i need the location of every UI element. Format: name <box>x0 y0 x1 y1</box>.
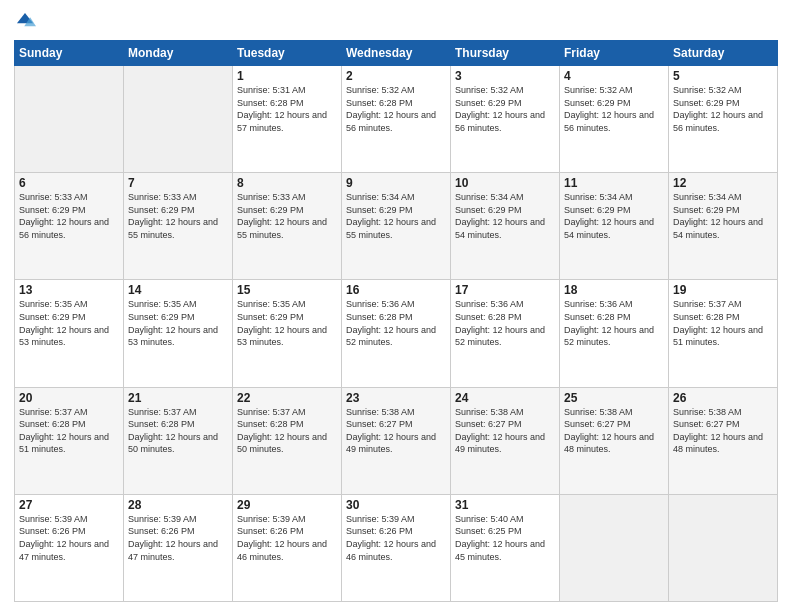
day-info: Sunrise: 5:31 AMSunset: 6:28 PMDaylight:… <box>237 84 337 134</box>
day-number: 31 <box>455 498 555 512</box>
day-info: Sunrise: 5:35 AMSunset: 6:29 PMDaylight:… <box>237 298 337 348</box>
day-cell: 16Sunrise: 5:36 AMSunset: 6:28 PMDayligh… <box>342 280 451 387</box>
day-cell: 1Sunrise: 5:31 AMSunset: 6:28 PMDaylight… <box>233 66 342 173</box>
day-number: 11 <box>564 176 664 190</box>
day-number: 26 <box>673 391 773 405</box>
day-info: Sunrise: 5:40 AMSunset: 6:25 PMDaylight:… <box>455 513 555 563</box>
day-cell: 5Sunrise: 5:32 AMSunset: 6:29 PMDaylight… <box>669 66 778 173</box>
day-cell: 13Sunrise: 5:35 AMSunset: 6:29 PMDayligh… <box>15 280 124 387</box>
day-info: Sunrise: 5:38 AMSunset: 6:27 PMDaylight:… <box>455 406 555 456</box>
day-info: Sunrise: 5:37 AMSunset: 6:28 PMDaylight:… <box>237 406 337 456</box>
day-info: Sunrise: 5:39 AMSunset: 6:26 PMDaylight:… <box>237 513 337 563</box>
day-number: 22 <box>237 391 337 405</box>
day-number: 7 <box>128 176 228 190</box>
day-info: Sunrise: 5:35 AMSunset: 6:29 PMDaylight:… <box>128 298 228 348</box>
week-row-3: 13Sunrise: 5:35 AMSunset: 6:29 PMDayligh… <box>15 280 778 387</box>
day-number: 27 <box>19 498 119 512</box>
day-cell: 22Sunrise: 5:37 AMSunset: 6:28 PMDayligh… <box>233 387 342 494</box>
day-number: 1 <box>237 69 337 83</box>
col-header-monday: Monday <box>124 41 233 66</box>
day-info: Sunrise: 5:36 AMSunset: 6:28 PMDaylight:… <box>564 298 664 348</box>
col-header-thursday: Thursday <box>451 41 560 66</box>
week-row-5: 27Sunrise: 5:39 AMSunset: 6:26 PMDayligh… <box>15 494 778 601</box>
day-info: Sunrise: 5:37 AMSunset: 6:28 PMDaylight:… <box>673 298 773 348</box>
day-info: Sunrise: 5:32 AMSunset: 6:28 PMDaylight:… <box>346 84 446 134</box>
day-number: 13 <box>19 283 119 297</box>
day-info: Sunrise: 5:38 AMSunset: 6:27 PMDaylight:… <box>346 406 446 456</box>
day-info: Sunrise: 5:39 AMSunset: 6:26 PMDaylight:… <box>346 513 446 563</box>
day-number: 20 <box>19 391 119 405</box>
day-number: 29 <box>237 498 337 512</box>
day-cell <box>669 494 778 601</box>
calendar: SundayMondayTuesdayWednesdayThursdayFrid… <box>14 40 778 602</box>
calendar-header-row: SundayMondayTuesdayWednesdayThursdayFrid… <box>15 41 778 66</box>
logo <box>14 10 40 32</box>
day-info: Sunrise: 5:33 AMSunset: 6:29 PMDaylight:… <box>19 191 119 241</box>
day-cell: 26Sunrise: 5:38 AMSunset: 6:27 PMDayligh… <box>669 387 778 494</box>
day-cell: 30Sunrise: 5:39 AMSunset: 6:26 PMDayligh… <box>342 494 451 601</box>
day-cell: 3Sunrise: 5:32 AMSunset: 6:29 PMDaylight… <box>451 66 560 173</box>
day-cell: 11Sunrise: 5:34 AMSunset: 6:29 PMDayligh… <box>560 173 669 280</box>
day-cell: 31Sunrise: 5:40 AMSunset: 6:25 PMDayligh… <box>451 494 560 601</box>
day-number: 30 <box>346 498 446 512</box>
day-cell: 10Sunrise: 5:34 AMSunset: 6:29 PMDayligh… <box>451 173 560 280</box>
logo-icon <box>14 10 36 32</box>
day-info: Sunrise: 5:34 AMSunset: 6:29 PMDaylight:… <box>673 191 773 241</box>
day-cell: 17Sunrise: 5:36 AMSunset: 6:28 PMDayligh… <box>451 280 560 387</box>
col-header-sunday: Sunday <box>15 41 124 66</box>
day-cell: 8Sunrise: 5:33 AMSunset: 6:29 PMDaylight… <box>233 173 342 280</box>
day-info: Sunrise: 5:39 AMSunset: 6:26 PMDaylight:… <box>128 513 228 563</box>
day-number: 6 <box>19 176 119 190</box>
day-cell: 29Sunrise: 5:39 AMSunset: 6:26 PMDayligh… <box>233 494 342 601</box>
day-cell: 6Sunrise: 5:33 AMSunset: 6:29 PMDaylight… <box>15 173 124 280</box>
day-number: 23 <box>346 391 446 405</box>
day-info: Sunrise: 5:32 AMSunset: 6:29 PMDaylight:… <box>455 84 555 134</box>
day-number: 2 <box>346 69 446 83</box>
day-info: Sunrise: 5:38 AMSunset: 6:27 PMDaylight:… <box>673 406 773 456</box>
day-info: Sunrise: 5:34 AMSunset: 6:29 PMDaylight:… <box>455 191 555 241</box>
day-cell <box>560 494 669 601</box>
day-cell: 4Sunrise: 5:32 AMSunset: 6:29 PMDaylight… <box>560 66 669 173</box>
day-info: Sunrise: 5:37 AMSunset: 6:28 PMDaylight:… <box>128 406 228 456</box>
day-info: Sunrise: 5:34 AMSunset: 6:29 PMDaylight:… <box>564 191 664 241</box>
day-number: 12 <box>673 176 773 190</box>
day-number: 10 <box>455 176 555 190</box>
day-number: 17 <box>455 283 555 297</box>
day-cell: 14Sunrise: 5:35 AMSunset: 6:29 PMDayligh… <box>124 280 233 387</box>
day-number: 28 <box>128 498 228 512</box>
col-header-wednesday: Wednesday <box>342 41 451 66</box>
day-info: Sunrise: 5:33 AMSunset: 6:29 PMDaylight:… <box>237 191 337 241</box>
day-cell: 19Sunrise: 5:37 AMSunset: 6:28 PMDayligh… <box>669 280 778 387</box>
day-number: 3 <box>455 69 555 83</box>
week-row-1: 1Sunrise: 5:31 AMSunset: 6:28 PMDaylight… <box>15 66 778 173</box>
day-cell: 18Sunrise: 5:36 AMSunset: 6:28 PMDayligh… <box>560 280 669 387</box>
day-info: Sunrise: 5:36 AMSunset: 6:28 PMDaylight:… <box>346 298 446 348</box>
day-cell: 25Sunrise: 5:38 AMSunset: 6:27 PMDayligh… <box>560 387 669 494</box>
day-number: 19 <box>673 283 773 297</box>
day-info: Sunrise: 5:38 AMSunset: 6:27 PMDaylight:… <box>564 406 664 456</box>
day-cell: 7Sunrise: 5:33 AMSunset: 6:29 PMDaylight… <box>124 173 233 280</box>
day-info: Sunrise: 5:33 AMSunset: 6:29 PMDaylight:… <box>128 191 228 241</box>
day-number: 21 <box>128 391 228 405</box>
day-number: 4 <box>564 69 664 83</box>
day-cell: 28Sunrise: 5:39 AMSunset: 6:26 PMDayligh… <box>124 494 233 601</box>
day-cell: 23Sunrise: 5:38 AMSunset: 6:27 PMDayligh… <box>342 387 451 494</box>
day-number: 15 <box>237 283 337 297</box>
day-info: Sunrise: 5:32 AMSunset: 6:29 PMDaylight:… <box>564 84 664 134</box>
day-number: 8 <box>237 176 337 190</box>
day-info: Sunrise: 5:35 AMSunset: 6:29 PMDaylight:… <box>19 298 119 348</box>
day-info: Sunrise: 5:36 AMSunset: 6:28 PMDaylight:… <box>455 298 555 348</box>
week-row-4: 20Sunrise: 5:37 AMSunset: 6:28 PMDayligh… <box>15 387 778 494</box>
day-info: Sunrise: 5:34 AMSunset: 6:29 PMDaylight:… <box>346 191 446 241</box>
day-number: 16 <box>346 283 446 297</box>
day-number: 14 <box>128 283 228 297</box>
day-cell <box>124 66 233 173</box>
header <box>14 10 778 32</box>
day-cell: 15Sunrise: 5:35 AMSunset: 6:29 PMDayligh… <box>233 280 342 387</box>
day-cell: 9Sunrise: 5:34 AMSunset: 6:29 PMDaylight… <box>342 173 451 280</box>
day-number: 5 <box>673 69 773 83</box>
col-header-saturday: Saturday <box>669 41 778 66</box>
col-header-tuesday: Tuesday <box>233 41 342 66</box>
day-cell: 2Sunrise: 5:32 AMSunset: 6:28 PMDaylight… <box>342 66 451 173</box>
day-number: 9 <box>346 176 446 190</box>
